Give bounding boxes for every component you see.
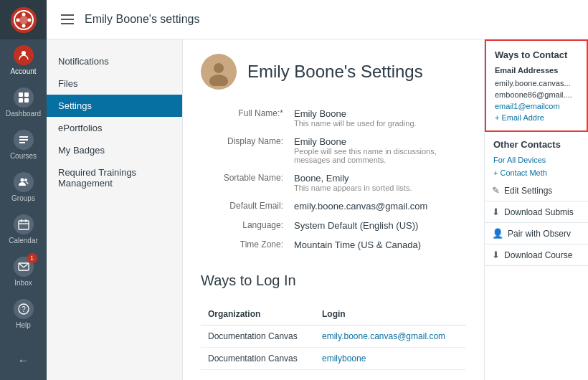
sortable-note: This name appears in sorted lists. bbox=[294, 184, 466, 192]
ways-to-contact-title: Ways to Contact bbox=[495, 49, 578, 60]
add-contact-link[interactable]: + Contact Meth bbox=[485, 166, 588, 180]
nav-item-account[interactable]: Account bbox=[0, 39, 47, 82]
inbox-badge: 1 bbox=[27, 253, 37, 263]
nav-item-dashboard[interactable]: Dashboard bbox=[0, 82, 47, 124]
settings-table: Full Name:* Emily Boone This name will b… bbox=[201, 104, 466, 255]
timezone-value: Mountain Time (US & Canada) bbox=[294, 239, 466, 250]
inbox-icon-wrapper: 1 bbox=[14, 257, 34, 277]
login-row-1: Documentation Canvas emily.boone.canvas@… bbox=[201, 326, 466, 348]
email-value: emily.boone.canvas@gmail.com bbox=[294, 201, 466, 212]
avatar bbox=[201, 54, 237, 90]
pair-observer-icon: 👤 bbox=[492, 228, 503, 239]
calendar-icon bbox=[14, 214, 34, 234]
fullname-note: This name will be used for grading. bbox=[294, 119, 466, 128]
sidebar-item-mybadges[interactable]: My Badges bbox=[47, 139, 182, 161]
nav-label-courses: Courses bbox=[10, 152, 37, 161]
content-body: Notifications Files Settings ePortfolios… bbox=[47, 39, 588, 380]
svg-point-12 bbox=[24, 179, 27, 181]
download-submissions-button[interactable]: ⬇ Download Submis bbox=[485, 201, 588, 223]
svg-point-1 bbox=[19, 16, 28, 24]
nav-label-inbox: Inbox bbox=[14, 279, 32, 288]
email-label: Default Email: bbox=[201, 201, 294, 212]
timezone-label: Time Zone: bbox=[201, 239, 294, 250]
hamburger-line-2 bbox=[61, 19, 74, 20]
sidebar-item-required-trainings[interactable]: Required Trainings Management bbox=[47, 161, 182, 194]
logo-icon bbox=[11, 7, 37, 33]
nav-collapse-button[interactable]: ← bbox=[0, 348, 47, 373]
nav-item-help[interactable]: ? Help bbox=[0, 293, 47, 336]
sortable-primary: Boone, Emily bbox=[294, 173, 466, 184]
courses-icon bbox=[14, 130, 34, 150]
dashboard-icon bbox=[14, 87, 34, 108]
email-item-2: emboone86@gmail.... bbox=[495, 90, 578, 99]
login-value-1: emily.boone.canvas@gmail.com bbox=[315, 326, 466, 348]
add-email-link[interactable]: + Email Addre bbox=[495, 113, 578, 122]
svg-point-5 bbox=[27, 18, 31, 22]
other-contacts-section: Other Contacts For All Devices + Contact… bbox=[485, 132, 588, 180]
svg-rect-9 bbox=[19, 98, 23, 103]
nav-item-groups[interactable]: Groups bbox=[0, 166, 47, 209]
sidebar-item-files[interactable]: Files bbox=[47, 72, 182, 95]
login-value-2: emilyboone bbox=[315, 348, 466, 370]
hamburger-line-3 bbox=[61, 23, 74, 24]
sidebar-item-settings[interactable]: Settings bbox=[47, 95, 182, 117]
sidebar-item-eportfolios[interactable]: ePortfolios bbox=[47, 117, 182, 139]
profile-header: Emily Boone's Settings bbox=[201, 54, 466, 90]
login-link-2[interactable]: emilyboone bbox=[322, 353, 366, 364]
settings-row-displayname: Display Name: Emily Boone People will se… bbox=[201, 132, 466, 168]
other-contacts-link[interactable]: For All Devices bbox=[485, 154, 588, 166]
download-submissions-icon: ⬇ bbox=[492, 206, 500, 217]
fullname-value: Emily Boone This name will be used for g… bbox=[294, 108, 466, 128]
fullname-primary: Emily Boone bbox=[294, 108, 466, 119]
add-email-icon: + bbox=[495, 113, 499, 122]
displayname-note: People will see this name in discussions… bbox=[294, 147, 466, 164]
login-link-1[interactable]: emily.boone.canvas@gmail.com bbox=[322, 331, 445, 341]
login-col-org: Organization bbox=[201, 303, 315, 326]
svg-rect-7 bbox=[19, 92, 23, 97]
hamburger-menu[interactable] bbox=[61, 14, 74, 24]
nav-item-calendar[interactable]: Calendar bbox=[0, 209, 47, 251]
nav-label-groups: Groups bbox=[11, 194, 35, 203]
pair-observer-label: Pair with Observ bbox=[508, 229, 571, 239]
edit-settings-icon: ✎ bbox=[492, 185, 500, 196]
navigation-sidebar: Account Dashboard Courses Groups Calenda… bbox=[0, 0, 47, 380]
app-logo[interactable] bbox=[0, 0, 47, 39]
download-submissions-label: Download Submis bbox=[504, 207, 574, 217]
other-contacts-title: Other Contacts bbox=[485, 132, 588, 154]
download-course-label: Download Course bbox=[504, 250, 572, 260]
email-primary: emily.boone.canvas@gmail.com bbox=[294, 201, 466, 212]
svg-rect-8 bbox=[24, 92, 29, 97]
add-contact-label: Contact Meth bbox=[500, 168, 546, 177]
language-primary: System Default (English (US)) bbox=[294, 220, 466, 231]
login-section-title: Ways to Log In bbox=[201, 272, 466, 293]
hamburger-line-1 bbox=[61, 14, 74, 16]
settings-row-language: Language: System Default (English (US)) bbox=[201, 216, 466, 235]
login-org-1: Documentation Canvas bbox=[201, 326, 315, 348]
main-content: Emily Boone's Settings Full Name:* Emily… bbox=[183, 39, 484, 380]
nav-label-dashboard: Dashboard bbox=[6, 110, 41, 118]
email-item-3[interactable]: email1@emailcom bbox=[495, 102, 578, 110]
svg-point-11 bbox=[20, 179, 24, 182]
top-bar: Emily Boone's settings bbox=[47, 0, 588, 39]
svg-rect-10 bbox=[24, 98, 29, 103]
nav-item-courses[interactable]: Courses bbox=[0, 124, 47, 166]
sidebar-item-notifications[interactable]: Notifications bbox=[47, 50, 182, 72]
download-course-icon: ⬇ bbox=[492, 250, 500, 260]
main-area: Emily Boone's settings Notifications Fil… bbox=[47, 0, 588, 380]
sortable-value: Boone, Emily This name appears in sorted… bbox=[294, 173, 466, 192]
account-icon bbox=[14, 45, 34, 65]
displayname-label: Display Name: bbox=[201, 136, 294, 164]
pair-with-observer-button[interactable]: 👤 Pair with Observ bbox=[485, 223, 588, 244]
download-course-button[interactable]: ⬇ Download Course bbox=[485, 244, 588, 266]
collapse-icon: ← bbox=[18, 354, 29, 367]
nav-item-inbox[interactable]: 1 Inbox bbox=[0, 251, 47, 293]
add-email-label: Email Addre bbox=[501, 113, 544, 122]
edit-settings-label: Edit Settings bbox=[504, 186, 552, 196]
settings-row-timezone: Time Zone: Mountain Time (US & Canada) bbox=[201, 235, 466, 255]
nav-label-help: Help bbox=[16, 321, 31, 330]
edit-settings-button[interactable]: ✎ Edit Settings bbox=[485, 180, 588, 201]
nav-label-account: Account bbox=[10, 67, 36, 76]
add-contact-icon: + bbox=[493, 168, 498, 177]
svg-text:?: ? bbox=[22, 305, 26, 313]
email-item-1: emily.boone.canvas... bbox=[495, 79, 578, 87]
